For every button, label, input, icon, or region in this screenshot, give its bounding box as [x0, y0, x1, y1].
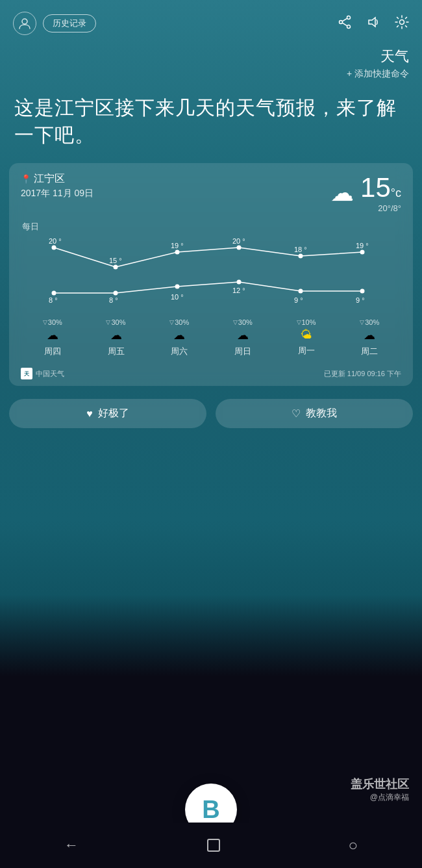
day-mon: 周一 — [298, 345, 315, 357]
svg-point-17 — [237, 280, 242, 285]
volume-icon[interactable] — [366, 15, 380, 32]
svg-point-0 — [22, 19, 27, 24]
svg-text:9 °: 9 ° — [294, 296, 303, 304]
svg-text:9 °: 9 ° — [356, 296, 365, 304]
day-col-fri: ▽ 30% ☁ 周五 — [84, 318, 148, 357]
location-info: 📍 江宁区 2017年 11月 09日 — [21, 172, 93, 199]
heart-icon: ♥ — [86, 408, 93, 420]
weather-source: 天 中国天气 — [21, 368, 64, 379]
teach-button[interactable]: ♡ 教教我 — [216, 399, 413, 428]
svg-point-19 — [360, 289, 365, 294]
update-time: 已更新 11/09 09:16 下午 — [324, 369, 401, 379]
love-label: 好极了 — [98, 407, 129, 420]
current-weather-icon: ☁ — [330, 179, 354, 207]
share-icon[interactable] — [338, 15, 352, 32]
home-square-icon — [207, 839, 220, 852]
daily-label: 每日 — [21, 221, 401, 233]
current-weather: ☁ 15°c 20°/8° — [330, 172, 401, 213]
svg-line-5 — [342, 23, 347, 26]
svg-point-3 — [347, 25, 351, 28]
action-buttons: ♥ 好极了 ♡ 教教我 — [0, 389, 422, 439]
svg-point-15 — [114, 291, 118, 296]
temp-range: 20°/8° — [360, 203, 401, 213]
day-col-tue: ▽ 30% ☁ 周二 — [338, 318, 401, 357]
top-bar: 历史记录 — [0, 0, 422, 42]
message-text: 这是江宁区接下来几天的天气预报，来了解一下吧。 — [14, 94, 408, 149]
weather-card: 📍 江宁区 2017年 11月 09日 ☁ 15°c 20°/8° 每日 — [9, 163, 413, 386]
love-button[interactable]: ♥ 好极了 — [9, 399, 206, 428]
svg-point-7 — [400, 19, 404, 24]
day-col-mon: ▽ 10% 🌤 周一 — [275, 318, 338, 357]
day-sat: 周六 — [171, 346, 188, 357]
recent-apps-button[interactable]: ○ — [336, 830, 371, 861]
current-temp-display: 15°c 20°/8° — [360, 172, 401, 213]
home-button[interactable] — [194, 832, 233, 858]
svg-point-9 — [114, 265, 118, 270]
app-title: 天气 — [13, 47, 409, 66]
settings-icon[interactable] — [395, 15, 409, 32]
location-date: 2017年 11月 09日 — [21, 188, 93, 199]
svg-point-12 — [299, 254, 303, 259]
svg-text:10 °: 10 ° — [171, 293, 184, 301]
svg-text:20 °: 20 ° — [232, 238, 245, 245]
svg-point-8 — [52, 246, 56, 250]
icon-thu: ☁ — [47, 328, 58, 342]
svg-point-11 — [237, 246, 242, 250]
nav-bar: ← ○ — [0, 823, 422, 868]
svg-text:20 °: 20 ° — [49, 238, 62, 245]
svg-text:15 °: 15 ° — [109, 257, 122, 264]
history-button[interactable]: 历史记录 — [43, 14, 96, 32]
icon-fri: ☁ — [110, 328, 122, 342]
rain-sat: ▽ 30% — [169, 318, 189, 326]
location-pin-icon: 📍 — [21, 174, 31, 184]
source-logo: 天 — [21, 368, 32, 379]
svg-point-18 — [299, 289, 303, 294]
rain-tue: ▽ 30% — [360, 318, 379, 326]
daily-section: 每日 — [21, 221, 401, 379]
day-thu: 周四 — [44, 346, 61, 357]
teach-heart-icon: ♡ — [292, 407, 301, 420]
icon-sun: ☁ — [237, 328, 249, 342]
teach-label: 教教我 — [306, 407, 337, 420]
avatar-icon[interactable] — [13, 12, 36, 35]
rain-fri: ▽ 30% — [106, 318, 125, 326]
day-col-sun: ▽ 30% ☁ 周日 — [211, 318, 275, 357]
main-container: 历史记录 — [0, 0, 422, 868]
icon-tue: ☁ — [364, 328, 375, 342]
svg-point-2 — [340, 20, 343, 23]
svg-point-1 — [347, 16, 351, 19]
weather-chart: 20 ° 15 ° 19 ° 20 ° 18 ° 19 ° 8 ° 8 ° 10… — [21, 238, 401, 316]
current-temp: 15 — [360, 172, 391, 203]
watermark-sub: @点滴幸福 — [351, 792, 409, 803]
svg-point-16 — [175, 285, 180, 289]
watermark: 盖乐世社区 @点滴幸福 — [351, 776, 409, 803]
icon-sat: ☁ — [173, 328, 185, 342]
svg-line-4 — [342, 18, 347, 21]
top-bar-left: 历史记录 — [13, 12, 96, 35]
watermark-main: 盖乐世社区 — [351, 776, 409, 792]
day-fri: 周五 — [108, 346, 125, 357]
back-button[interactable]: ← — [51, 830, 92, 860]
day-col-sat: ▽ 30% ☁ 周六 — [147, 318, 211, 357]
chart-container: 20 ° 15 ° 19 ° 20 ° 18 ° 19 ° 8 ° 8 ° 10… — [21, 238, 401, 316]
svg-text:8 °: 8 ° — [49, 296, 58, 304]
day-col-thu: ▽ 30% ☁ 周四 — [21, 318, 84, 357]
svg-text:18 °: 18 ° — [294, 246, 307, 253]
day-sun: 周日 — [234, 346, 251, 357]
rain-mon: ▽ 10% — [297, 318, 316, 326]
svg-point-14 — [52, 291, 56, 296]
bixby-icon: B — [202, 796, 219, 824]
temp-unit: °c — [391, 186, 401, 199]
source-name: 中国天气 — [36, 369, 64, 379]
day-tue: 周二 — [361, 346, 378, 357]
svg-text:8 °: 8 ° — [109, 296, 118, 304]
icon-mon: 🌤 — [301, 328, 312, 342]
weather-footer: 天 中国天气 已更新 11/09 09:16 下午 — [21, 364, 401, 379]
weather-header: 📍 江宁区 2017年 11月 09日 ☁ 15°c 20°/8° — [21, 172, 401, 213]
add-shortcut[interactable]: + 添加快捷命令 — [13, 68, 409, 80]
rain-sun: ▽ 30% — [233, 318, 253, 326]
rain-thu: ▽ 30% — [43, 318, 62, 326]
top-bar-right — [338, 15, 409, 32]
svg-text:12 °: 12 ° — [232, 287, 245, 294]
svg-text:19 °: 19 ° — [356, 242, 369, 249]
